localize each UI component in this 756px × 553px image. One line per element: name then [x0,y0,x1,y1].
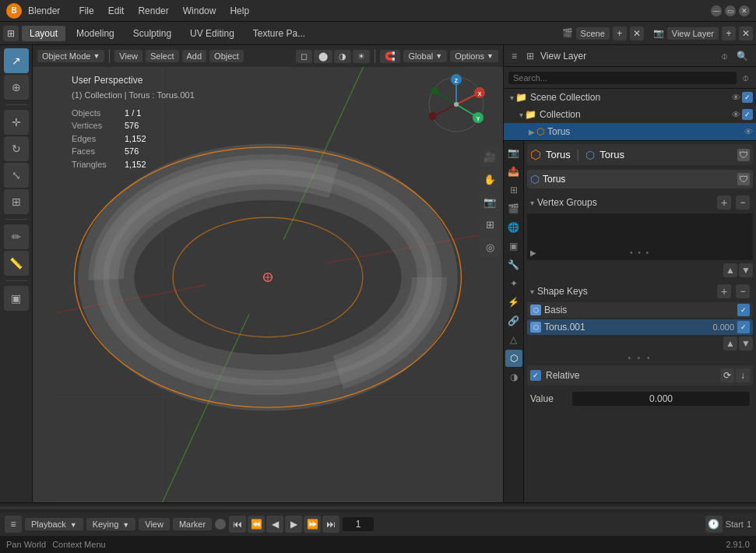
shading-wireframe[interactable]: ◻ [296,50,312,63]
view-layer-remove[interactable]: ✕ [739,26,753,41]
shading-solid[interactable]: ⬤ [314,50,332,63]
tab-uv-editing[interactable]: UV Editing [182,26,242,41]
outliner-filter-btn[interactable]: ⌽ [740,71,751,85]
select-tool[interactable]: ↗ [4,48,29,73]
scene-dropdown[interactable]: Scene [576,27,610,40]
tab-modeling[interactable]: Modeling [69,26,122,41]
vertex-groups-remove-btn[interactable]: − [736,195,750,210]
shading-rendered[interactable]: ☀ [353,50,370,63]
proportional-edit-btn[interactable]: ◎ [480,237,500,257]
transform-tool[interactable]: ⊞ [4,189,29,214]
timecode-btn[interactable]: 🕐 [705,516,723,533]
navigation-gizmo[interactable]: X Y Z [425,73,487,136]
sk-down-btn[interactable]: ▼ [739,336,753,350]
tab-layout[interactable]: Layout [22,26,65,41]
view-btn[interactable]: View [139,518,170,530]
vertex-groups-add-btn[interactable]: + [717,195,731,210]
props-render-icon[interactable]: 📷 [505,144,522,161]
menu-render[interactable]: Render [132,4,174,18]
current-frame[interactable]: 1 [343,517,374,531]
viewport-options-view[interactable]: View [114,50,142,62]
props-world-icon[interactable]: 🌐 [505,219,522,236]
shading-material[interactable]: ◑ [334,50,351,63]
torus-row[interactable]: ▶ ⬡ Torus 👁 [504,123,756,140]
rel-icon-1[interactable]: ⟳ [720,368,734,382]
props-physics-icon[interactable]: ⚡ [505,294,522,311]
props-modifier-icon[interactable]: 🔧 [505,256,522,273]
props-view-layer-icon[interactable]: ⊞ [505,181,522,199]
viewport-options-object[interactable]: Object [209,50,244,62]
maximize-button[interactable]: ▭ [725,5,736,16]
shape-keys-add-btn[interactable]: + [717,284,731,298]
sc-check[interactable]: ✓ [742,92,753,103]
torus001-check[interactable]: ✓ [737,321,750,333]
vg-up-btn[interactable]: ▲ [723,263,737,277]
shape-keys-remove-btn[interactable]: − [736,284,750,298]
menu-edit[interactable]: Edit [102,4,131,18]
menu-file[interactable]: File [72,4,100,18]
camera-view-btn[interactable]: 📷 [480,192,500,212]
props-material-icon[interactable]: ◑ [505,368,522,386]
vg-down-btn[interactable]: ▼ [739,263,753,277]
menu-help[interactable]: Help [223,4,255,18]
col-visibility[interactable]: 👁 [732,110,740,119]
pan-btn[interactable]: ✋ [480,169,500,189]
col-check[interactable]: ✓ [742,109,753,120]
options-dropdown[interactable]: Options ▼ [450,50,498,62]
basis-check[interactable]: ✓ [737,304,750,316]
cursor-tool[interactable]: ⊕ [4,75,29,100]
rotate-tool[interactable]: ↻ [4,136,29,161]
jump-end-btn[interactable]: ⏭ [322,516,339,533]
props-mesh-icon[interactable]: ⬡ [505,350,522,367]
playhead-indicator[interactable] [215,519,226,530]
play-btn[interactable]: ▶ [285,516,302,533]
tab-sculpting[interactable]: Sculpting [125,26,179,41]
orientation-dropdown[interactable]: Global ▼ [403,50,447,62]
collection-row[interactable]: ▾ 📁 Collection 👁 ✓ [504,106,756,123]
render-region-btn[interactable]: ⊞ [480,214,500,234]
menu-window[interactable]: Window [177,4,223,18]
basis-shape-key-row[interactable]: ⬡ Basis ✓ [527,302,753,318]
step-back-btn[interactable]: ⏪ [248,516,265,533]
timeline-scrubber[interactable] [0,503,756,512]
playback-btn[interactable]: Playback ▼ [25,518,83,530]
torus-visibility[interactable]: 👁 [744,127,753,136]
outliner-display-icon[interactable]: ⊞ [523,49,537,63]
move-tool[interactable]: ✛ [4,110,29,135]
viewport-options-add[interactable]: Add [182,50,207,62]
col-arrow[interactable]: ▾ [519,111,523,119]
view-layer-add[interactable]: + [722,26,736,41]
measure-tool[interactable]: 📏 [4,251,29,276]
minimize-button[interactable]: — [711,5,722,16]
marker-btn[interactable]: Marker [173,518,212,530]
add-cube-tool[interactable]: ▣ [4,286,29,311]
props-particles-icon[interactable]: ✦ [505,275,522,292]
sc-arrow[interactable]: ▾ [510,93,514,102]
scale-tool[interactable]: ⤡ [4,163,29,188]
props-output-icon[interactable]: 📤 [505,163,522,180]
zoom-camera-btn[interactable]: 🎥 [480,146,500,167]
torus001-shape-key-row[interactable]: ⬡ Torus.001 0.000 ✓ [527,319,753,335]
shape-keys-section-header[interactable]: ▾ Shape Keys + − [527,282,753,301]
props-object-data-icon[interactable]: △ [505,331,522,348]
outliner-search-input[interactable] [508,72,737,84]
jump-start-btn[interactable]: ⏮ [229,516,246,533]
play-reverse-btn[interactable]: ◀ [266,516,283,533]
viewport-options-select[interactable]: Select [146,50,179,62]
view-layer-dropdown[interactable]: View Layer [667,27,719,40]
sc-visibility[interactable]: 👁 [732,93,740,102]
viewport-3d[interactable]: Object Mode ▼ View Select Add Object ◻ ⬤… [33,45,503,502]
step-forward-btn[interactable]: ⏩ [304,516,321,533]
scene-remove[interactable]: ✕ [630,26,644,41]
vertex-groups-section-header[interactable]: ▾ Vertex Groups + − [527,193,753,212]
relative-checkbox[interactable]: ✓ [530,370,541,381]
props-constraints-icon[interactable]: 🔗 [505,312,522,329]
close-button[interactable]: ✕ [739,5,750,16]
tab-texture-paint[interactable]: Texture Pa... [245,26,313,41]
scene-collection-row[interactable]: ▾ 📁 Scene Collection 👁 ✓ [504,89,756,106]
outliner-search-btn[interactable]: 🔍 [733,49,751,63]
props-scene-icon[interactable]: 🎬 [505,200,522,217]
torus-arrow[interactable]: ▶ [529,128,535,136]
outliner-mode-icon[interactable]: ≡ [508,49,520,63]
props-shield-icon[interactable]: 🛡 [737,149,750,161]
